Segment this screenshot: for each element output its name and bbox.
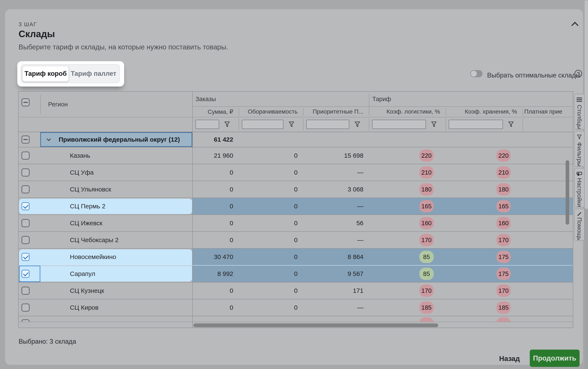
row-checkbox[interactable] [21, 253, 30, 261]
turnover-cell: 0 [239, 164, 303, 181]
column-header-row: Сумма, ₽ Оборачиваемость Приоритетные П.… [19, 106, 573, 117]
logistics-coef-badge: 165 [419, 200, 434, 212]
priority-cell: 171 [303, 282, 369, 299]
logistics-coef-badge: 160 [419, 217, 434, 229]
storage-coef-badge: 175 [497, 268, 511, 280]
vertical-scrollbar-thumb[interactable] [566, 160, 569, 225]
row-checkbox[interactable] [21, 319, 30, 322]
storage-coef-badge: 160 [497, 217, 511, 229]
storage-coef-badge [497, 317, 511, 322]
table-row-selected[interactable]: Сарапул 8 992 0 9 567 85 175 [19, 265, 573, 282]
table-row[interactable]: СЦ Уфа 0 0 — 210 210 [19, 164, 573, 181]
row-checkbox[interactable] [21, 287, 30, 295]
logistics-coef-badge: 180 [419, 183, 434, 195]
logistics-coef-badge: 85 [419, 251, 434, 263]
table-row[interactable]: СЦ Кузнецк 0 0 171 170 170 [19, 282, 573, 299]
side-tab-columns[interactable]: Столбцы [574, 94, 585, 130]
sum-cell: 0 [192, 164, 239, 181]
region-column-divider [192, 92, 193, 328]
continue-button[interactable]: Продолжить [530, 349, 579, 367]
storage-cell: 210 [446, 164, 523, 181]
help-question-icon[interactable] [575, 70, 582, 77]
turnover-cell: 0 [239, 198, 303, 215]
column-header-storage[interactable]: Коэф. хранения, % [446, 106, 523, 117]
storage-filter-input[interactable] [449, 120, 503, 129]
column-group-tariff: Тариф [372, 92, 391, 106]
sum-cell: 0 [192, 232, 239, 248]
storage-coef-badge: 170 [497, 234, 511, 246]
table-row[interactable]: СЦ Киров 0 0 — 185 185 [19, 299, 573, 316]
table-row[interactable]: Казань 21 960 0 15 698 220 220 [19, 147, 573, 164]
page-scrollbar-thumb[interactable] [585, 0, 588, 209]
turnover-cell: 0 [239, 181, 303, 198]
column-header-sum[interactable]: Сумма, ₽ [192, 106, 239, 117]
side-tab-label: Помощь [576, 217, 583, 240]
table-row-partial[interactable] [19, 316, 573, 322]
filter-funnel-icon[interactable] [289, 122, 294, 127]
warehouse-name: СЦ Ижевск [40, 220, 102, 227]
turnover-filter-input[interactable] [242, 120, 284, 129]
row-checkbox[interactable] [21, 202, 30, 210]
logistics-filter-input[interactable] [372, 120, 426, 129]
storage-coef-badge: 170 [497, 285, 511, 297]
filter-funnel-icon[interactable] [508, 122, 514, 127]
warehouse-name: СЦ Кузнецк [40, 287, 104, 294]
turnover-cell: 0 [239, 249, 303, 265]
column-header-paid-acceptance[interactable]: Платная прие [523, 106, 573, 117]
filter-tick [369, 119, 369, 131]
tab-tariff-box[interactable]: Тариф короб [22, 66, 69, 82]
priority-filter-input[interactable] [306, 120, 349, 129]
row-checkbox[interactable] [21, 219, 30, 227]
table-row[interactable]: СЦ Ульяновск 0 0 3 068 180 180 [19, 181, 573, 198]
side-tab-settings[interactable]: Настройки [574, 168, 585, 207]
filter-row [19, 117, 573, 132]
region-group-checkbox[interactable] [21, 135, 30, 144]
warehouses-step-card: 3 ШАГ Склады Выберите тариф и склады, на… [5, 9, 583, 365]
chevron-up-icon[interactable] [571, 22, 578, 29]
chevron-down-icon[interactable] [47, 137, 51, 141]
side-tab-label: Настройки [576, 178, 583, 207]
page-subtitle: Выберите тариф и склады, на которые нужн… [19, 43, 228, 51]
side-tab-help[interactable]: Помощь [574, 209, 585, 241]
check-icon [578, 212, 581, 216]
side-tab-label: Столбцы [576, 105, 583, 129]
table-row-selected[interactable]: Новосемейкино 30 470 0 8 864 85 175 [19, 248, 573, 265]
turnover-cell: 0 [239, 147, 303, 164]
row-checkbox[interactable] [21, 185, 30, 193]
storage-coef-badge: 210 [497, 166, 511, 179]
filter-funnel-icon[interactable] [224, 122, 230, 127]
step-label: 3 ШАГ [19, 21, 37, 28]
optimal-warehouses-toggle[interactable] [470, 70, 482, 77]
region-group-name: Приволжский федеральный округ (12) [59, 136, 180, 143]
table-row[interactable]: СЦ Чебоксары 2 0 0 — 170 170 [19, 231, 573, 248]
column-header-turnover[interactable]: Оборачиваемость [239, 106, 303, 117]
region-group-sum: 61 422 [192, 132, 239, 147]
warehouse-name: СЦ Уфа [40, 169, 94, 176]
row-checkbox[interactable] [21, 304, 30, 312]
back-button[interactable]: Назад [497, 353, 522, 364]
horizontal-scrollbar-track [19, 322, 573, 328]
subheader-tick [523, 108, 523, 116]
storage-cell: 160 [446, 215, 523, 231]
filter-funnel-icon[interactable] [431, 122, 436, 127]
sum-filter-input[interactable] [195, 120, 219, 129]
tab-tariff-pallet[interactable]: Тариф паллет [69, 66, 118, 82]
row-checkbox[interactable] [21, 236, 30, 244]
row-checkbox[interactable] [21, 168, 30, 176]
horizontal-scrollbar-thumb[interactable] [193, 323, 438, 327]
table-row[interactable]: СЦ Ижевск 0 0 56 160 160 [19, 215, 573, 231]
side-tab-filters[interactable]: Фильтры [574, 131, 585, 167]
priority-cell: — [303, 232, 369, 248]
row-checkbox[interactable] [21, 152, 30, 160]
table-row-region-group[interactable]: Приволжский федеральный округ (12) 61 42… [19, 132, 573, 147]
table-row-selected[interactable]: СЦ Пермь 2 0 0 — 165 165 [19, 198, 573, 215]
column-header-logistics[interactable]: Коэф. логистики, % [369, 106, 446, 117]
logistics-coef-badge: 85 [419, 268, 434, 280]
region-group-cell[interactable]: Приволжский федеральный округ (12) [40, 132, 192, 147]
turnover-cell: 0 [239, 282, 303, 299]
select-all-checkbox[interactable] [21, 98, 30, 106]
filter-funnel-icon[interactable] [355, 122, 360, 127]
column-header-priority[interactable]: Приоритетные П... [303, 106, 369, 117]
priority-cell: 56 [303, 215, 369, 231]
warehouse-name: Сарапул [40, 270, 95, 277]
